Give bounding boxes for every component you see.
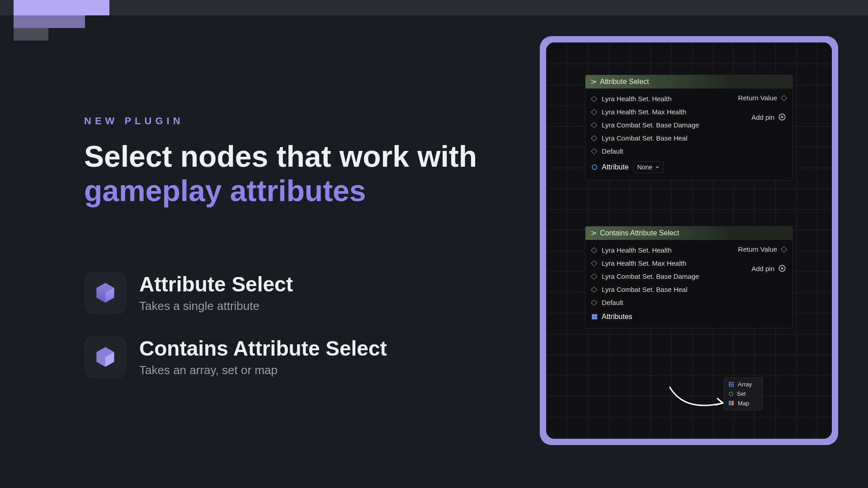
plus-circle-icon — [778, 113, 786, 121]
array-icon — [729, 382, 734, 387]
menu-item-array[interactable]: Array — [724, 380, 762, 389]
input-pin[interactable]: Default — [592, 145, 786, 158]
pin-label: Lyra Health Set. Max Health — [602, 259, 686, 267]
pin-label: Return Value — [738, 245, 777, 253]
pin-diamond-icon — [591, 135, 597, 141]
pin-label: Lyra Health Set. Health — [602, 246, 672, 254]
merge-icon — [590, 79, 596, 85]
pin-diamond-icon — [591, 299, 597, 305]
headline: Select nodes that work with gameplay att… — [84, 140, 491, 208]
node-header: Contains Attribute Select — [585, 226, 793, 240]
pin-label: Default — [602, 299, 623, 306]
cube-icon — [84, 272, 127, 314]
top-bar-bg — [0, 0, 868, 15]
feature-contains-attribute-select: Contains Attribute Select Takes an array… — [84, 336, 491, 378]
eyebrow-label: NEW PLUGIN — [84, 115, 491, 127]
input-pin[interactable]: Default — [592, 296, 786, 309]
menu-item-label: Map — [738, 400, 749, 407]
pin-diamond-icon — [591, 260, 597, 266]
pin-label: Attributes — [602, 313, 632, 321]
menu-item-set[interactable]: Set — [724, 389, 762, 399]
feature-title: Contains Attribute Select — [139, 336, 387, 361]
node-title: Attribute Select — [600, 78, 649, 86]
pin-diamond-icon — [591, 247, 597, 253]
pin-diamond-icon — [591, 122, 597, 128]
pin-label: Lyra Health Set. Health — [602, 95, 672, 103]
output-pin-return-value[interactable]: Return Value — [738, 94, 786, 102]
pin-label: Attribute — [602, 163, 629, 171]
chevron-down-icon — [655, 165, 660, 169]
plus-circle-icon — [778, 264, 786, 272]
pin-diamond-icon — [591, 286, 597, 292]
node-contains-attribute-select[interactable]: Contains Attribute Select Return Value A… — [585, 226, 793, 328]
feature-desc: Takes a single attribute — [139, 299, 293, 313]
feature-title: Attribute Select — [139, 272, 293, 296]
node-header: Attribute Select — [585, 75, 793, 89]
input-pin[interactable]: Lyra Combat Set. Base Heal — [592, 283, 786, 296]
accent-block-3 — [14, 28, 48, 41]
map-icon — [729, 401, 734, 406]
output-pin-return-value[interactable]: Return Value — [738, 245, 786, 253]
screenshot-panel: Attribute Select Return Value Add pin Ly… — [540, 36, 838, 445]
pin-diamond-icon — [781, 94, 787, 101]
feature-attribute-select: Attribute Select Takes a single attribut… — [84, 272, 491, 314]
pin-diamond-icon — [781, 246, 787, 252]
pin-array-icon — [592, 314, 597, 319]
pin-diamond-icon — [591, 108, 597, 115]
add-pin-button[interactable]: Add pin — [751, 113, 786, 121]
pin-diamond-icon — [591, 95, 597, 102]
attribute-input-row[interactable]: Attribute None — [592, 161, 786, 173]
pin-type-menu[interactable]: Array Set Map — [724, 377, 763, 410]
add-pin-button[interactable]: Add pin — [751, 264, 786, 272]
attribute-dropdown[interactable]: None — [633, 161, 664, 173]
menu-item-label: Array — [738, 381, 752, 388]
headline-line2: gameplay attributes — [84, 174, 366, 207]
menu-item-map[interactable]: Map — [724, 399, 762, 408]
accent-block-1 — [14, 0, 109, 15]
node-attribute-select[interactable]: Attribute Select Return Value Add pin Ly… — [585, 75, 793, 181]
annotation-arrow — [666, 384, 729, 416]
pin-label: Lyra Combat Set. Base Heal — [602, 134, 688, 142]
pin-label: Lyra Combat Set. Base Heal — [602, 286, 688, 293]
pin-label: Return Value — [738, 94, 777, 102]
pin-label: Lyra Combat Set. Base Damage — [602, 121, 699, 129]
blueprint-graph[interactable]: Attribute Select Return Value Add pin Ly… — [546, 42, 832, 439]
dropdown-value: None — [637, 164, 652, 171]
attributes-input-row[interactable]: Attributes — [592, 313, 786, 321]
pin-label: Lyra Health Set. Max Health — [602, 108, 686, 116]
pin-label: Lyra Combat Set. Base Damage — [602, 272, 699, 280]
pin-label: Default — [602, 147, 623, 155]
pin-diamond-icon — [591, 148, 597, 154]
cube-icon — [84, 336, 127, 378]
add-pin-label: Add pin — [751, 265, 774, 272]
node-title: Contains Attribute Select — [600, 229, 679, 237]
accent-block-2 — [14, 15, 85, 28]
headline-line1: Select nodes that work with — [84, 140, 477, 173]
add-pin-label: Add pin — [751, 113, 774, 121]
menu-item-label: Set — [737, 390, 746, 397]
input-pin[interactable]: Lyra Combat Set. Base Heal — [592, 131, 786, 145]
pin-diamond-icon — [591, 273, 597, 279]
merge-icon — [590, 230, 596, 236]
set-icon — [729, 392, 733, 396]
feature-desc: Takes an array, set or map — [139, 363, 387, 377]
pin-circle-icon — [592, 164, 597, 170]
